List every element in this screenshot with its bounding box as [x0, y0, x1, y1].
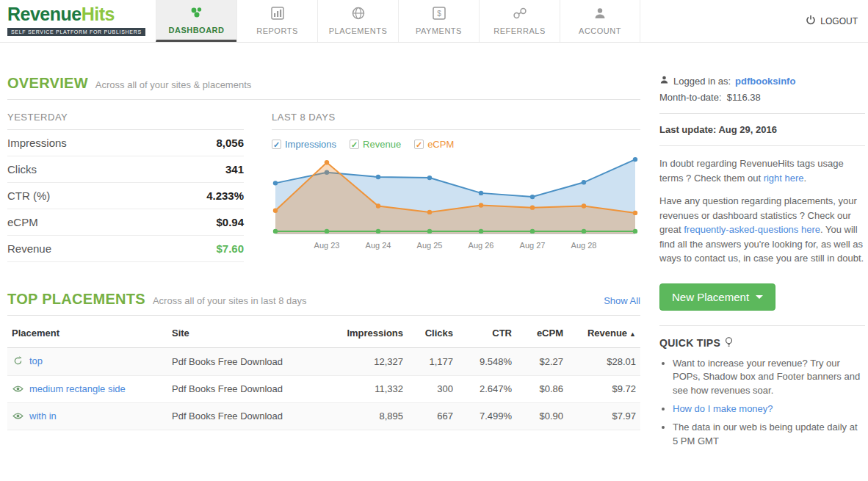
main-nav: DASHBOARD REPORTS PLACEMENTS $ PAYMENTS …: [156, 0, 640, 42]
last-8-days-chart: Aug 23Aug 24Aug 25Aug 26Aug 27Aug 28: [272, 151, 639, 260]
overview-header: OVERVIEW Across all of your sites & plac…: [7, 75, 640, 100]
legend-label: Impressions: [285, 139, 336, 150]
lightbulb-icon: [725, 336, 733, 350]
col-ctr[interactable]: CTR: [457, 319, 516, 348]
logo-tagline: SELF SERVICE PLATFORM FOR PUBLISHERS: [7, 28, 145, 36]
svg-text:Aug 26: Aug 26: [469, 241, 494, 250]
chevron-down-icon: [756, 295, 763, 299]
divider: [659, 325, 865, 326]
stat-label: Impressions: [7, 137, 67, 149]
show-all-link[interactable]: Show All: [604, 295, 640, 306]
legend-checkbox[interactable]: ✓: [414, 140, 424, 149]
top-nav-bar: RevenueHits SELF SERVICE PLATFORM FOR PU…: [0, 0, 868, 43]
last-8-days-panel: LAST 8 DAYS ✓Impressions✓Revenue✓eCPM Au…: [272, 112, 640, 263]
logo[interactable]: RevenueHits SELF SERVICE PLATFORM FOR PU…: [0, 0, 156, 42]
overview-subtitle: Across all of your sites & placements: [95, 79, 251, 90]
legend-item[interactable]: ✓Impressions: [272, 139, 336, 150]
right-sidebar: Logged in as: pdfbooksinfo Month-to-date…: [659, 43, 865, 453]
clicks-cell: 667: [408, 402, 457, 430]
stat-value: $0.94: [216, 216, 244, 228]
ctr-cell: 7.499%: [457, 402, 516, 430]
tab-payments[interactable]: $ PAYMENTS: [398, 0, 479, 42]
sort-asc-icon: ▲: [629, 330, 636, 338]
main-content: OVERVIEW Across all of your sites & plac…: [7, 43, 640, 453]
ecpm-cell: $0.86: [516, 375, 568, 402]
quick-tip-item: How do I make money?: [673, 402, 865, 416]
placement-link[interactable]: top: [29, 355, 43, 366]
revenue-cell: $7.97: [568, 402, 640, 430]
legend-checkbox[interactable]: ✓: [272, 140, 281, 149]
bar-chart-icon: [271, 7, 284, 23]
tab-reports[interactable]: REPORTS: [236, 0, 317, 42]
col-revenue[interactable]: Revenue▲: [568, 319, 640, 348]
legend-label: Revenue: [363, 139, 401, 150]
new-placement-button[interactable]: New Placement: [659, 283, 775, 311]
eye-icon: [12, 411, 23, 422]
logo-text: RevenueHits: [7, 4, 156, 23]
last-update: Last update: Aug 29, 2016: [659, 124, 865, 135]
divider: [659, 145, 865, 146]
placement-link[interactable]: medium rectangle side: [29, 383, 126, 394]
top-placements-title: TOP PLACEMENTS: [7, 291, 145, 308]
user-icon: [659, 75, 669, 87]
svg-text:Aug 23: Aug 23: [314, 241, 340, 250]
col-clicks[interactable]: Clicks: [408, 319, 457, 348]
quick-tips-title: QUICK TIPS: [659, 336, 865, 350]
yesterday-stats: Impressions8,056Clicks341CTR (%)4.233%eC…: [7, 130, 244, 262]
inline-link[interactable]: frequently-asked-questions here: [684, 224, 820, 235]
col-placement[interactable]: Placement: [7, 319, 167, 348]
tab-placements[interactable]: PLACEMENTS: [317, 0, 398, 42]
logout-button[interactable]: LOGOUT: [806, 0, 868, 42]
tab-dashboard[interactable]: DASHBOARD: [156, 0, 236, 42]
ecpm-cell: $0.90: [516, 402, 568, 430]
col-ecpm[interactable]: eCPM: [516, 319, 568, 348]
table-header-row: Placement Site Impressions Clicks CTR eC…: [7, 319, 640, 348]
month-to-date: Month-to-date: $116.38: [659, 92, 865, 103]
person-icon: [593, 7, 607, 23]
inline-link[interactable]: How do I make money?: [673, 403, 773, 414]
quick-tip-item: The data in our web is being update dail…: [673, 421, 865, 449]
stat-value: 4.233%: [206, 189, 244, 202]
username-link[interactable]: pdfbooksinfo: [735, 76, 795, 87]
svg-text:Aug 24: Aug 24: [366, 241, 391, 250]
stat-row: Revenue$7.60: [7, 236, 244, 262]
stat-value: 341: [225, 163, 244, 176]
pop-icon: [12, 356, 23, 368]
site-cell: Pdf Books Free Download: [167, 348, 338, 376]
col-site[interactable]: Site: [167, 319, 338, 348]
chart-legend: ✓Impressions✓Revenue✓eCPM: [272, 139, 640, 150]
tab-account[interactable]: ACCOUNT: [560, 0, 640, 42]
overview-title: OVERVIEW: [7, 75, 88, 92]
revenue-cell: $9.72: [568, 375, 640, 402]
stat-row: eCPM$0.94: [7, 209, 244, 236]
site-cell: Pdf Books Free Download: [167, 402, 338, 430]
stat-label: eCPM: [7, 216, 38, 228]
placements-table: Placement Site Impressions Clicks CTR eC…: [7, 319, 640, 430]
yesterday-title: YESTERDAY: [7, 112, 244, 130]
tab-referrals[interactable]: REFERRALS: [479, 0, 560, 42]
legend-item[interactable]: ✓eCPM: [414, 139, 454, 150]
legend-label: eCPM: [427, 139, 454, 150]
payment-icon: $: [433, 7, 446, 23]
stat-value: $7.60: [216, 242, 244, 255]
stat-row: Impressions8,056: [7, 130, 244, 156]
table-row: topPdf Books Free Download12,3271,1779.5…: [7, 348, 640, 376]
chart-title: LAST 8 DAYS: [272, 112, 640, 130]
dashboard-icon: [189, 6, 204, 22]
legend-item[interactable]: ✓Revenue: [350, 139, 401, 150]
impressions-cell: 11,332: [338, 375, 408, 402]
col-impressions[interactable]: Impressions: [338, 319, 408, 348]
stat-label: CTR (%): [7, 189, 50, 202]
legend-checkbox[interactable]: ✓: [350, 140, 359, 149]
impressions-cell: 12,327: [338, 348, 408, 376]
globe-icon: [352, 7, 365, 23]
svg-text:Aug 28: Aug 28: [571, 241, 597, 250]
stat-row: CTR (%)4.233%: [7, 183, 244, 209]
revenue-cell: $28.01: [568, 348, 640, 376]
stat-label: Revenue: [7, 242, 51, 255]
quick-tips-list: Want to increase your revenue? Try our P…: [673, 357, 865, 449]
divider: [659, 113, 865, 114]
stat-label: Clicks: [7, 163, 37, 176]
placement-link[interactable]: with in: [29, 411, 57, 422]
inline-link[interactable]: right here: [764, 173, 804, 184]
